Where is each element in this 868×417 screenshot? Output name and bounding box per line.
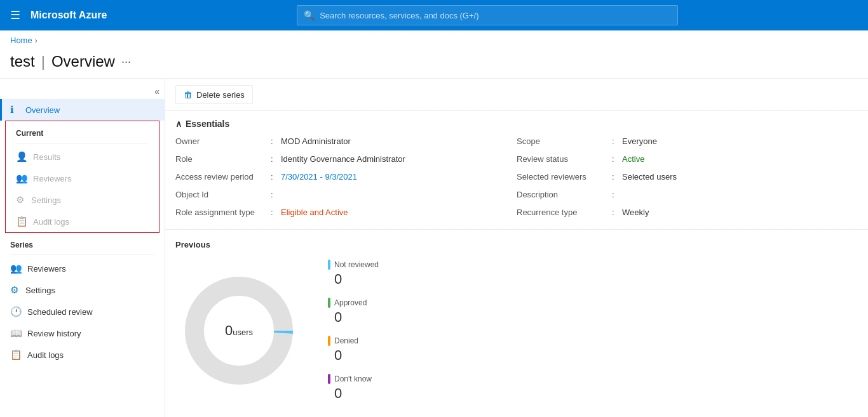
sidebar-results-label: Results — [33, 152, 60, 162]
settings-icon: ⚙ — [16, 194, 26, 206]
essentials-right: Scope : Everyone Review status : Active … — [517, 136, 858, 222]
more-options-icon[interactable]: ··· — [121, 55, 131, 69]
essentials-row-scope: Scope : Everyone — [517, 136, 858, 150]
essentials-row-description: Description : — [517, 190, 858, 204]
legend-top-denied: Denied — [328, 336, 379, 346]
approved-count: 0 — [334, 309, 379, 326]
legend-approved: Approved 0 — [328, 298, 379, 326]
divider — [16, 143, 149, 143]
essentials-row-assignment-type: Role assignment type : Eligible and Acti… — [175, 208, 517, 222]
collapse-icon[interactable]: « — [154, 86, 159, 96]
essentials-row-objectid: Object Id : — [175, 190, 517, 204]
page-title-sep: | — [41, 53, 45, 70]
collapse-button[interactable]: « — [0, 84, 165, 99]
essentials-label: Essentials — [186, 119, 229, 129]
donut-users-label: users — [233, 328, 253, 337]
assignment-value: Eligible and Active — [281, 208, 348, 217]
donut-chart: 0users — [175, 267, 302, 394]
sidebar-item-settings-current[interactable]: ⚙ Settings — [6, 189, 159, 211]
series-divider — [10, 255, 154, 255]
previous-section: Previous 0users — [165, 230, 868, 412]
sidebar-item-audit-logs[interactable]: 📋 Audit logs — [0, 344, 165, 366]
series-section-label: Series — [0, 233, 165, 252]
reviewers-series-label: Reviewers — [27, 264, 66, 274]
chart-legend: Not reviewed 0 Approved 0 — [328, 260, 379, 402]
period-value[interactable]: 7/30/2021 - 9/3/2021 — [281, 172, 357, 182]
objectid-label: Object Id — [175, 190, 271, 199]
objectid-sep: : — [271, 190, 277, 199]
audit-icon: 📋 — [16, 216, 28, 227]
approved-bar — [328, 298, 330, 308]
owner-sep: : — [271, 136, 277, 146]
recurrence-label: Recurrence type — [517, 208, 612, 217]
breadcrumb-home[interactable]: Home — [10, 36, 32, 45]
search-icon: 🔍 — [304, 10, 315, 20]
menu-icon[interactable]: ☰ — [8, 6, 23, 25]
review-history-label: Review history — [27, 329, 81, 338]
essentials-header[interactable]: ∧ Essentials — [175, 119, 858, 129]
essentials-left: Owner : MOD Administrator Role : Identit… — [175, 136, 517, 222]
not-reviewed-count: 0 — [334, 271, 379, 288]
owner-label: Owner — [175, 136, 271, 146]
reviewers-value: Selected users — [622, 172, 677, 182]
sidebar-item-review-history[interactable]: 📖 Review history — [0, 322, 165, 344]
search-input[interactable] — [320, 11, 671, 20]
scope-label: Scope — [517, 136, 612, 146]
not-reviewed-label: Not reviewed — [334, 260, 379, 269]
recurrence-sep: : — [612, 208, 618, 217]
essentials-row-owner: Owner : MOD Administrator — [175, 136, 517, 150]
dont-know-count: 0 — [334, 385, 379, 402]
reviewers-sep: : — [612, 172, 618, 182]
essentials-collapse-icon: ∧ — [175, 119, 182, 129]
history-icon: 📖 — [10, 328, 22, 339]
audit-logs-icon: 📋 — [10, 349, 22, 361]
description-sep: : — [612, 190, 618, 199]
legend-top-not-reviewed: Not reviewed — [328, 260, 379, 270]
content-area: « ℹ Overview Current 👤 Results 👥 Reviewe… — [0, 78, 868, 417]
main-content: Home › test | Overview ··· « ℹ Overview … — [0, 30, 868, 417]
sidebar-item-settings[interactable]: ⚙ Settings — [0, 279, 165, 301]
recurrence-value: Weekly — [622, 208, 649, 217]
reviewers-icon: 👥 — [16, 173, 28, 184]
assignment-sep: : — [271, 208, 277, 217]
legend-dont-know: Don't know 0 — [328, 374, 379, 402]
sidebar-item-auditlogs-current[interactable]: 📋 Audit logs — [6, 211, 159, 232]
essentials-row-period: Access review period : 7/30/2021 - 9/3/2… — [175, 172, 517, 186]
essentials-section: ∧ Essentials Owner : MOD Administrator R… — [165, 111, 868, 230]
topbar: ☰ Microsoft Azure 🔍 — [0, 0, 868, 30]
donut-number: 0 — [225, 322, 233, 338]
dont-know-bar — [328, 374, 330, 384]
sidebar-item-overview[interactable]: ℹ Overview — [0, 99, 165, 121]
page-title-sub: Overview — [51, 53, 115, 70]
delete-series-button[interactable]: 🗑 Delete series — [175, 85, 253, 104]
chart-area: 0users Not reviewed 0 — [175, 260, 858, 402]
sidebar-current-section: Current 👤 Results 👥 Reviewers ⚙ Settings… — [5, 121, 159, 233]
role-value: Identity Governance Administrator — [281, 154, 405, 164]
denied-bar — [328, 336, 330, 346]
info-icon: ℹ — [10, 104, 20, 116]
search-bar[interactable]: 🔍 — [297, 5, 678, 25]
not-reviewed-bar — [328, 260, 330, 270]
legend-denied: Denied 0 — [328, 336, 379, 364]
status-sep: : — [612, 154, 618, 164]
sidebar-item-reviewers[interactable]: 👥 Reviewers — [0, 258, 165, 279]
essentials-row-role: Role : Identity Governance Administrator — [175, 154, 517, 168]
sidebar-item-scheduled-review[interactable]: 🕐 Scheduled review — [0, 301, 165, 322]
status-label: Review status — [517, 154, 612, 164]
sidebar-item-results[interactable]: 👤 Results — [6, 146, 159, 168]
role-sep: : — [271, 154, 277, 164]
sidebar-reviewers-label: Reviewers — [33, 174, 72, 183]
legend-top-approved: Approved — [328, 298, 379, 308]
delete-icon: 🗑 — [184, 89, 193, 100]
dont-know-label: Don't know — [334, 374, 372, 383]
settings-series-icon: ⚙ — [10, 284, 20, 296]
sidebar-item-reviewers-current[interactable]: 👥 Reviewers — [6, 168, 159, 189]
app-title: Microsoft Azure — [31, 10, 107, 21]
sidebar: « ℹ Overview Current 👤 Results 👥 Reviewe… — [0, 79, 165, 417]
scheduled-icon: 🕐 — [10, 306, 22, 317]
legend-not-reviewed: Not reviewed 0 — [328, 260, 379, 288]
owner-value: MOD Administrator — [281, 136, 351, 146]
status-value: Active — [622, 154, 644, 164]
description-label: Description — [517, 190, 612, 199]
role-label: Role — [175, 154, 271, 164]
